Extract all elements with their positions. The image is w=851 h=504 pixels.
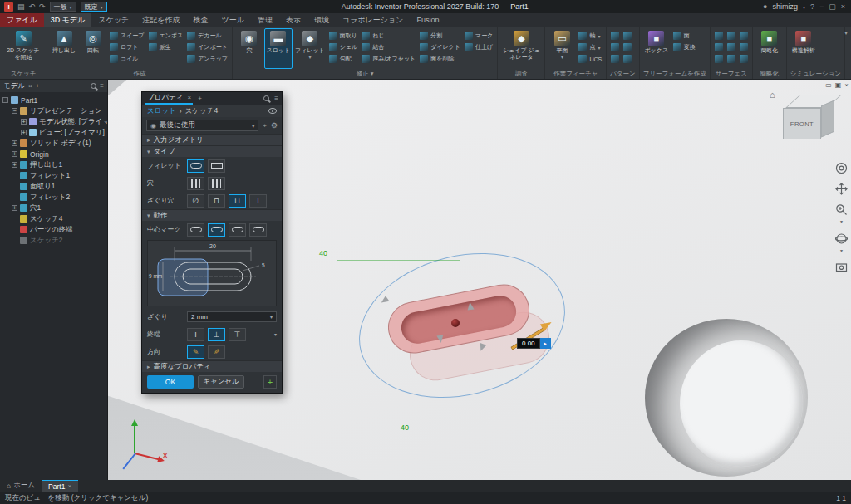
ribbon-button-extrude[interactable]: ▲押し出し: [50, 28, 78, 69]
tree-item[interactable]: 面取り1: [2, 181, 107, 192]
ok-button[interactable]: OK: [147, 375, 194, 389]
direction-default-option[interactable]: ✎: [187, 345, 204, 359]
ribbon-tab-3[interactable]: 注記を作成: [135, 13, 186, 27]
diagram-dim-small[interactable]: 5: [262, 262, 265, 268]
ribbon-button-revolve[interactable]: ◎回転: [79, 28, 107, 69]
ribbon-button-shell[interactable]: シェル: [327, 42, 360, 53]
ribbon-button-plane[interactable]: ▭平面▾: [548, 28, 576, 69]
section-input-geometry[interactable]: ▸入力ジオメトリ: [142, 134, 282, 145]
cbore-none-option[interactable]: ∅: [187, 194, 204, 208]
section-behavior[interactable]: ▾動作: [142, 209, 282, 221]
fillet-rounded-option[interactable]: [187, 159, 204, 173]
ribbon-button-sheetmetal[interactable]: ◆シートメタルに変換: [848, 28, 851, 69]
add-tab-icon[interactable]: +: [36, 82, 40, 90]
ribbon-button-split[interactable]: 分割: [418, 30, 462, 42]
search-icon[interactable]: [263, 95, 269, 101]
save-icon[interactable]: ▤: [17, 3, 25, 11]
tree-item[interactable]: スケッチ2: [2, 235, 107, 246]
chevron-down-icon[interactable]: ▾: [803, 4, 805, 10]
ribbon-button-pattern-feature[interactable]: [622, 42, 633, 53]
centermark-option-2[interactable]: [208, 223, 225, 237]
navigation-wheel-icon[interactable]: [834, 161, 849, 174]
centermark-option-1[interactable]: [187, 223, 204, 237]
ribbon-button-derive[interactable]: 派生: [147, 42, 185, 53]
cbore-countersink-option[interactable]: ⊔: [229, 194, 246, 208]
ribbon-tab-8[interactable]: 環境: [307, 13, 336, 27]
browser-tab-model[interactable]: モデル: [3, 81, 25, 91]
ribbon-button-surf-ruled[interactable]: [738, 53, 750, 65]
ribbon-tab-file[interactable]: ファイル: [0, 13, 44, 27]
home-icon[interactable]: ⌂: [770, 90, 775, 100]
close-icon[interactable]: ×: [841, 2, 845, 11]
minimize-icon[interactable]: −: [819, 2, 824, 11]
appearance-combo[interactable]: 既定▾: [81, 2, 107, 12]
ribbon-button-freeform-convert[interactable]: 変換: [671, 42, 697, 53]
ribbon-button-sweep[interactable]: スイープ: [108, 30, 146, 42]
ribbon-button-surf-trim[interactable]: [713, 53, 725, 65]
cbore-spotface-option[interactable]: ⊥: [249, 194, 267, 208]
apply-new-icon[interactable]: +: [263, 375, 277, 389]
tree-item[interactable]: +押し出し1: [2, 159, 107, 170]
ribbon-button-chamfer[interactable]: 面取り: [327, 30, 360, 42]
tree-item[interactable]: フィレット2: [2, 192, 107, 203]
chevron-down-icon[interactable]: ▾: [840, 247, 843, 253]
chevron-down-icon[interactable]: ▾: [840, 218, 843, 224]
fillet-square-option[interactable]: [208, 159, 225, 173]
ribbon-button-surf-stitch[interactable]: [713, 30, 725, 42]
tab-part1[interactable]: Part1×: [42, 480, 78, 492]
ribbon-button-freeform-face[interactable]: 面: [671, 30, 697, 42]
ribbon-button-point[interactable]: 点▾: [577, 42, 603, 53]
ribbon-button-mirror[interactable]: [622, 30, 633, 42]
ribbon-button-simplify[interactable]: ■簡略化: [755, 28, 784, 69]
direction-flipped-option[interactable]: ✎: [208, 345, 225, 359]
manipulator-arrow[interactable]: [436, 335, 444, 343]
ribbon-button-surf-replace[interactable]: [726, 42, 737, 53]
viewcube-front-face[interactable]: FRONT: [783, 108, 821, 139]
ribbon-button-surf-offset[interactable]: [738, 42, 750, 53]
tree-item[interactable]: パーツの終端: [2, 224, 107, 235]
breadcrumb-slot-link[interactable]: スロット: [147, 106, 176, 116]
ribbon-button-import[interactable]: インポート: [185, 42, 229, 53]
end-through-option[interactable]: ⊥: [208, 328, 225, 341]
ribbon-button-sketch2d[interactable]: ✎2D スケッチを開始: [2, 28, 44, 69]
ribbon-button-direct[interactable]: ダイレクト: [418, 42, 462, 53]
tree-item[interactable]: スケッチ4: [2, 213, 107, 224]
ribbon-button-decal[interactable]: デカール: [185, 30, 229, 42]
tree-expander-icon[interactable]: +: [21, 130, 27, 135]
slot-center-grip[interactable]: [451, 319, 460, 327]
tree-expander-icon[interactable]: +: [12, 205, 17, 211]
ribbon-button-pattern-rect[interactable]: [609, 30, 621, 42]
ribbon-group-label[interactable]: 修正 ▾: [234, 69, 496, 79]
ribbon-button-freeform-box[interactable]: ■ボックス: [642, 28, 671, 69]
depth-value-input[interactable]: 0.00: [517, 338, 540, 349]
doc-close-icon[interactable]: ×: [844, 81, 849, 89]
ribbon-button-fillet[interactable]: ◆フィレット▾: [293, 28, 327, 69]
ribbon-button-emboss[interactable]: エンボス: [147, 30, 185, 42]
add-preset-icon[interactable]: +: [263, 122, 267, 130]
tree-item[interactable]: −Part1: [2, 95, 107, 105]
diagram-dim-width[interactable]: 20: [209, 243, 216, 249]
tree-item[interactable]: −リプレゼンテーション: [2, 105, 107, 116]
cbore-counterbore-option[interactable]: ⊓: [208, 194, 225, 208]
ribbon-button-slot[interactable]: ▬スロット: [264, 28, 293, 69]
zoom-icon[interactable]: [834, 203, 849, 216]
help-icon[interactable]: ?: [810, 3, 814, 11]
close-icon[interactable]: ×: [28, 82, 32, 90]
section-type[interactable]: ▾タイプ: [142, 145, 282, 157]
ribbon-tab-active[interactable]: 3D モデル: [44, 13, 92, 27]
maximize-icon[interactable]: ▢: [829, 2, 836, 11]
tree-expander-icon[interactable]: +: [21, 119, 27, 125]
tree-expander-icon[interactable]: +: [12, 162, 17, 168]
tree-item[interactable]: +モデル状態: [プライマリ]: [2, 116, 107, 127]
ribbon-button-pattern-circular[interactable]: [609, 42, 621, 53]
ribbon-button-coil[interactable]: コイル: [108, 53, 146, 65]
ribbon-tab-7[interactable]: 表示: [279, 13, 307, 27]
sketch-dimension-top[interactable]: 40: [319, 249, 327, 257]
sketch-dimension-bottom[interactable]: 40: [401, 423, 409, 432]
doc-restore-icon[interactable]: ▣: [835, 81, 842, 89]
gear-icon[interactable]: ⚙: [271, 121, 278, 130]
tree-item[interactable]: +ソリッド ボディ(1): [2, 138, 107, 149]
search-icon[interactable]: [91, 83, 96, 89]
ribbon-button-delete-face[interactable]: 面を削除: [418, 53, 462, 65]
ribbon-tab-2[interactable]: スケッチ: [91, 13, 135, 27]
